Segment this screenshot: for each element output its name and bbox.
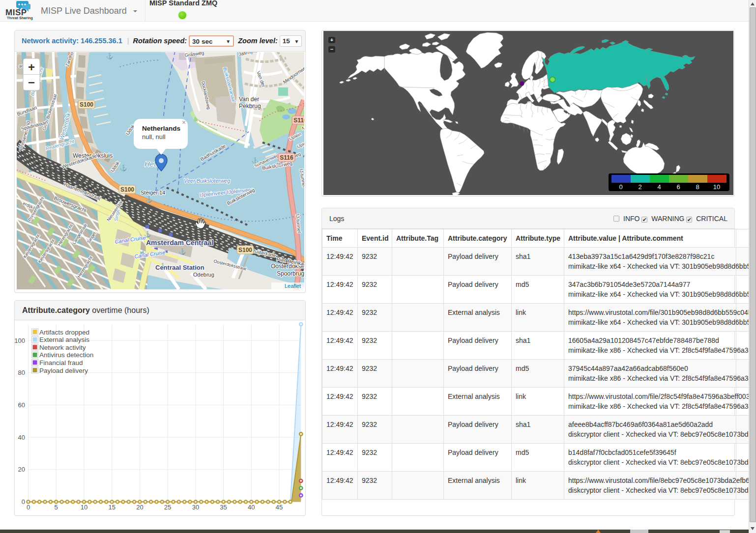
svg-text:0: 0: [22, 498, 25, 505]
svg-text:+: +: [28, 60, 35, 74]
svg-text:×: ×: [182, 118, 186, 126]
svg-text:Financial fraud: Financial fraud: [39, 359, 83, 366]
svg-text:40: 40: [18, 434, 25, 441]
svg-text:N: N: [302, 126, 304, 131]
svg-text:Steiger 14: Steiger 14: [141, 190, 165, 196]
svg-text:⚓: ⚓: [120, 164, 127, 171]
svg-text:60: 60: [18, 401, 25, 409]
svg-text:External analysis: External analysis: [39, 336, 89, 343]
svg-text:⚓: ⚓: [145, 196, 153, 203]
svg-text:S116: S116: [293, 117, 304, 124]
svg-text:20: 20: [18, 466, 25, 473]
svg-text:4: 4: [657, 183, 661, 191]
svg-text:Odebrug: Odebrug: [193, 272, 214, 278]
svg-text:S100: S100: [238, 247, 252, 253]
svg-text:−: −: [330, 46, 333, 52]
svg-text:35: 35: [220, 504, 227, 511]
svg-text:−: −: [28, 76, 35, 89]
svg-text:null, null: null, null: [142, 133, 166, 140]
svg-text:S100: S100: [80, 101, 93, 108]
svg-text:S116: S116: [280, 154, 293, 161]
svg-text:0: 0: [619, 183, 622, 191]
svg-text:6: 6: [676, 183, 680, 191]
svg-text:Van der: Van der: [239, 96, 259, 103]
svg-text:10: 10: [713, 183, 720, 191]
svg-text:100: 100: [15, 337, 25, 344]
svg-text:8: 8: [696, 183, 699, 191]
svg-text:Centraal Station: Centraal Station: [155, 264, 204, 271]
svg-text:Pekbrug: Pekbrug: [239, 103, 261, 110]
svg-text:Payload delivery: Payload delivery: [39, 367, 88, 374]
svg-text:20: 20: [136, 504, 143, 511]
svg-text:40: 40: [248, 504, 255, 511]
svg-text:+: +: [330, 37, 333, 43]
svg-text:⚓: ⚓: [179, 248, 186, 255]
svg-text:Artifacts dropped: Artifacts dropped: [39, 329, 89, 336]
svg-text:10: 10: [81, 504, 87, 511]
svg-text:5: 5: [55, 504, 58, 511]
svg-text:30: 30: [192, 504, 199, 511]
svg-text:45: 45: [276, 504, 283, 511]
svg-text:Leaflet: Leaflet: [285, 283, 301, 289]
svg-text:Antivirus detection: Antivirus detection: [39, 351, 93, 359]
svg-text:Threat Sharing: Threat Sharing: [7, 16, 33, 20]
svg-text:2: 2: [638, 183, 641, 191]
svg-text:⚓: ⚓: [106, 52, 114, 59]
svg-text:25: 25: [164, 504, 171, 511]
svg-text:S100: S100: [120, 186, 134, 193]
svg-text:80: 80: [18, 369, 25, 376]
svg-text:0: 0: [27, 504, 30, 511]
svg-text:Spoorbrug: Spoorbrug: [277, 270, 304, 277]
svg-text:Amsterdam Centraal: Amsterdam Centraal: [146, 239, 213, 247]
svg-text:Network activity: Network activity: [39, 344, 86, 351]
svg-text:Veer Buiksloterweg: Veer Buiksloterweg: [184, 178, 231, 184]
svg-text:15: 15: [108, 504, 115, 511]
svg-text:Netherlands: Netherlands: [142, 125, 180, 132]
